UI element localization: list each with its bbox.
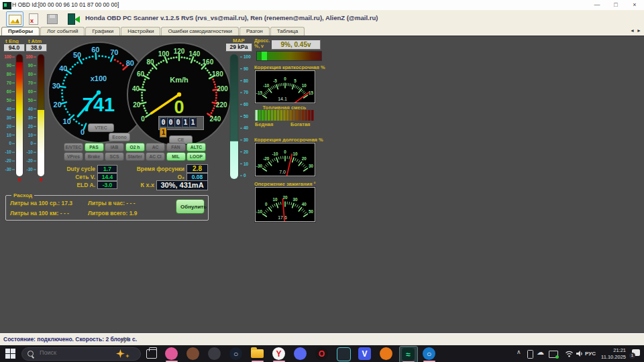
tab-разгон[interactable]: Разгон	[239, 27, 270, 36]
tab-настройки[interactable]: Настройки	[121, 27, 160, 36]
duty-cycle-label: Duty cycle	[47, 166, 95, 172]
toolbar: x Honda OBD PC Scanner v.1.2.5 RvS (rvs_…	[0, 10, 644, 27]
t-eng-value: 94.0	[3, 44, 25, 52]
svg-text:90: 90	[244, 66, 249, 71]
minimize-button[interactable]: —	[588, 0, 606, 10]
svg-text:-20: -20	[5, 158, 12, 163]
taskbar-app-steam-dark[interactable]: ○	[227, 346, 245, 362]
taskbar-app-opera[interactable]: O	[313, 346, 331, 362]
tabs: ПриборыЛог событийГрафикиНастройкиОшибки…	[1, 27, 305, 36]
copilot-icon[interactable]	[116, 349, 125, 358]
injector-time-label: Время форсунки	[123, 166, 184, 172]
save-button[interactable]	[44, 11, 60, 25]
taskbar-app-obd-scanner[interactable]: ≈	[399, 346, 418, 362]
close-button[interactable]: ×	[626, 0, 643, 10]
svg-text:10: 10	[63, 117, 71, 125]
svg-text:160: 160	[203, 58, 214, 66]
connect-icon	[9, 15, 21, 25]
duty-cycle-value: 1.7	[97, 165, 117, 173]
taskbar-app-gamebar[interactable]	[206, 346, 223, 362]
tab-scroll-left-icon[interactable]: ◄	[629, 28, 635, 33]
language-indicator[interactable]: РУС	[585, 351, 596, 362]
svg-text:30: 30	[244, 137, 249, 142]
wifi-icon[interactable]	[565, 350, 574, 362]
svg-text:70: 70	[244, 90, 249, 95]
tab-графики[interactable]: Графики	[85, 27, 120, 36]
svg-text:20: 20	[302, 156, 307, 161]
throttle-value: 9%, 0.45v	[271, 40, 321, 50]
throttle-bar	[256, 51, 322, 61]
svg-text:20: 20	[282, 195, 288, 200]
svg-text:60: 60	[137, 70, 145, 78]
search-box[interactable]	[21, 347, 141, 361]
svg-text:20: 20	[28, 124, 34, 129]
tab-scroll-right-icon[interactable]: ►	[636, 28, 642, 33]
svg-text:50: 50	[73, 51, 81, 59]
taskbar-app-explorer[interactable]	[249, 346, 266, 362]
consumption-title: Расход	[11, 192, 34, 198]
exit-button[interactable]	[64, 11, 80, 25]
map-gauge: 0102030405060708090100	[224, 53, 255, 186]
gpu-monitor-icon[interactable]	[549, 351, 558, 358]
svg-text:60: 60	[7, 89, 12, 94]
connect-button[interactable]	[6, 11, 23, 27]
indicator-iab: IAB	[105, 143, 124, 152]
onedrive-cloud-icon[interactable]: ☁	[537, 348, 544, 362]
svg-text:10: 10	[244, 162, 249, 166]
svg-text:50: 50	[309, 209, 314, 214]
svg-text:-10: -10	[27, 149, 34, 154]
fuel-lean-label: Бедная	[255, 121, 273, 127]
tab-ошибки-самодиагностики[interactable]: Ошибки самодиагностики	[161, 27, 239, 36]
taskbar-app-discord[interactable]	[292, 346, 309, 362]
disconnect-button[interactable]: x	[25, 11, 42, 25]
svg-text:50: 50	[244, 114, 249, 119]
odometer: 000111	[158, 116, 204, 130]
steam-icon: ○	[423, 347, 435, 360]
taskbar-app-steam[interactable]: ○	[421, 346, 438, 362]
svg-text:0: 0	[141, 115, 145, 123]
speaker-icon[interactable]	[576, 350, 584, 362]
svg-text:10: 10	[28, 133, 34, 137]
notification-center[interactable]: 1	[631, 349, 640, 357]
svg-text:100: 100	[4, 54, 11, 59]
reset-button[interactable]: Обнулить	[176, 199, 205, 214]
consumption-per-hour: Литры в час: - - -	[88, 200, 136, 206]
odometer-digit: 0	[174, 117, 182, 127]
log-scroll-icon: x	[29, 13, 38, 25]
search-input[interactable]	[38, 349, 108, 357]
yandex-browser-icon: Y	[272, 347, 285, 360]
phone-link-icon[interactable]	[527, 350, 533, 359]
indicator-ac: AC	[146, 143, 165, 152]
ignition-advance-meter: -100102030405017.6	[255, 187, 315, 222]
tab-таблица[interactable]: Таблица	[270, 27, 305, 36]
indicator-loop: LOOP	[186, 152, 206, 161]
taskbar-app-anydesk[interactable]	[184, 346, 202, 362]
indicator-ac-cl: AC Cl	[146, 152, 165, 161]
svg-text:100: 100	[244, 54, 251, 59]
svg-text:0: 0	[80, 128, 85, 136]
tab-лог-событий[interactable]: Лог событий	[40, 27, 85, 36]
taskbar-app-blender[interactable]	[378, 346, 395, 362]
maximize-button[interactable]: □	[607, 0, 625, 10]
taskbar-app-v-app[interactable]: V	[356, 346, 374, 362]
tray-chevron-icon[interactable]: ∧	[517, 349, 521, 362]
svg-text:0: 0	[30, 141, 33, 145]
task-view-button[interactable]	[146, 349, 157, 359]
odometer-digit: 0	[160, 117, 167, 127]
taskbar-app-paint[interactable]	[163, 346, 180, 362]
tab-приборы[interactable]: Приборы	[1, 27, 40, 36]
start-button[interactable]	[5, 348, 19, 359]
svg-text:17.6: 17.6	[278, 215, 287, 220]
clock[interactable]: 21:21 11.10.2025	[599, 347, 626, 362]
clock-time: 21:21	[599, 347, 626, 354]
taskbar-app-capture[interactable]	[335, 346, 352, 362]
vtec-button[interactable]: VTEC	[88, 123, 114, 132]
taskbar-app-yandex-browser[interactable]: Y	[270, 346, 288, 362]
svg-text:5: 5	[294, 78, 297, 83]
svg-text:20: 20	[7, 124, 12, 129]
clock-date: 11.10.2025	[599, 354, 626, 361]
econo-button[interactable]: Econo	[109, 133, 130, 141]
ignition-advance-title: Опережение зажигания °	[254, 181, 316, 187]
svg-text:100: 100	[25, 54, 33, 59]
fuel-mix-bar	[255, 110, 314, 121]
